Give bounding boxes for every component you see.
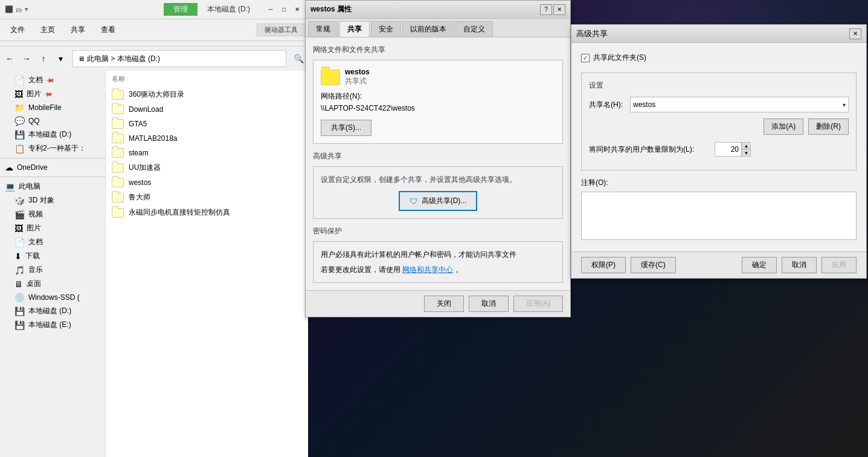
tab-view[interactable]: 查看 bbox=[93, 22, 123, 38]
sidebar-item-diskd[interactable]: 💾 本地磁盘 (D:) bbox=[0, 128, 105, 141]
spinner-down-btn[interactable]: ▼ bbox=[742, 149, 751, 157]
file-item-uu[interactable]: UU加速器 bbox=[108, 160, 306, 175]
westos-dialog-help-btn[interactable]: ? bbox=[540, 4, 552, 15]
apply-btn[interactable]: 应用(A) bbox=[513, 296, 563, 312]
tab-file[interactable]: 文件 bbox=[2, 22, 33, 38]
advanced-share-btn[interactable]: 🛡 高级共享(D)... bbox=[399, 191, 478, 211]
3d-icon: 🎲 bbox=[14, 196, 25, 206]
maximize-btn[interactable]: □ bbox=[278, 4, 290, 15]
folder-icon-motor bbox=[112, 208, 124, 218]
close-btn[interactable]: ✕ bbox=[291, 4, 303, 15]
pictures2-icon: 🖼 bbox=[14, 224, 23, 233]
sidebar-label-mobilefile: MobileFile bbox=[28, 103, 62, 112]
back-btn[interactable]: ← bbox=[2, 51, 17, 66]
sidebar-label-qq: QQ bbox=[28, 117, 40, 125]
nav-bar: ← → ↑ ▾ 🖥 此电脑 > 本地磁盘 (D:) 🔍 bbox=[0, 47, 308, 71]
tab-general[interactable]: 常规 bbox=[308, 21, 338, 37]
limit-spinner: ▲ ▼ bbox=[742, 142, 751, 157]
westos-dialog-controls: ? ✕ bbox=[540, 4, 565, 15]
sidebar-item-video[interactable]: 🎬 视频 bbox=[0, 207, 105, 221]
sidebar-item-qq[interactable]: 💬 QQ bbox=[0, 114, 105, 128]
minimize-btn[interactable]: ─ bbox=[265, 4, 277, 15]
file-item-360[interactable]: 360驱动大师目录 bbox=[108, 87, 306, 102]
ok-btn[interactable]: 确定 bbox=[742, 257, 777, 273]
diske-icon: 💾 bbox=[14, 320, 25, 330]
file-item-download[interactable]: DownLoad bbox=[108, 102, 306, 117]
sidebar-label-patent: 专利2-一种基于： bbox=[28, 143, 86, 154]
sidebar-item-docs2[interactable]: 📄 文档 bbox=[0, 235, 105, 249]
add-btn[interactable]: 添加(A) bbox=[764, 118, 803, 135]
sidebar-item-music[interactable]: 🎵 音乐 bbox=[0, 263, 105, 277]
tab-previous[interactable]: 以前的版本 bbox=[402, 21, 454, 37]
sidebar-item-onedrive[interactable]: ☁ OneDrive bbox=[0, 161, 105, 174]
tab-custom[interactable]: 自定义 bbox=[455, 21, 493, 37]
desktop-icon: 🖥 bbox=[14, 279, 23, 289]
password-section-title: 密码保护 bbox=[313, 226, 563, 236]
westos-dialog-close-btn[interactable]: ✕ bbox=[553, 4, 565, 15]
up-btn[interactable]: ↑ bbox=[36, 51, 51, 66]
advanced-dialog-title: 高级共享 bbox=[576, 28, 608, 39]
apply-btn[interactable]: 应用 bbox=[821, 257, 857, 273]
address-bar[interactable]: 🖥 此电脑 > 本地磁盘 (D:) bbox=[72, 50, 286, 67]
manage-tab[interactable]: 管理 bbox=[164, 3, 198, 16]
tab-home[interactable]: 主页 bbox=[33, 22, 63, 38]
file-name-matlab: MATLAB2018a bbox=[129, 134, 178, 143]
share-folder-checkbox[interactable] bbox=[581, 54, 590, 62]
password-text2-prefix: 若要更改此设置，请使用 bbox=[321, 265, 400, 274]
cancel-btn[interactable]: 取消 bbox=[469, 296, 509, 312]
file-item-westos[interactable]: westos bbox=[108, 175, 306, 190]
sidebar-item-downloads[interactable]: ⬇ 下载 bbox=[0, 249, 105, 263]
limit-value-field[interactable] bbox=[715, 142, 742, 157]
sidebar-label-downloads: 下载 bbox=[25, 251, 40, 261]
close-btn[interactable]: 关闭 bbox=[424, 296, 464, 312]
sidebar-item-diske[interactable]: 💾 本地磁盘 (E:) bbox=[0, 318, 105, 332]
caching-btn[interactable]: 缓存(C) bbox=[631, 257, 676, 273]
forward-btn[interactable]: → bbox=[19, 51, 34, 66]
adv-close-btn[interactable]: ✕ bbox=[849, 28, 861, 39]
folder-icon-download bbox=[112, 105, 124, 114]
tab-share[interactable]: 共享 bbox=[339, 21, 370, 37]
pictures-icon: 🖼 bbox=[14, 89, 23, 99]
docs2-icon: 📄 bbox=[14, 238, 25, 247]
thispc-icon: 💻 bbox=[5, 182, 15, 192]
sidebar-item-windowsssd[interactable]: 💿 Windows-SSD ( bbox=[0, 291, 105, 304]
tab-share[interactable]: 共享 bbox=[63, 22, 93, 38]
sidebar-label-documents: 文档 bbox=[28, 75, 43, 85]
sidebar-item-patent[interactable]: 📋 专利2-一种基于： bbox=[0, 141, 105, 155]
file-item-gta5[interactable]: GTA5 bbox=[108, 117, 306, 131]
sidebar-item-3dobjects[interactable]: 🎲 3D 对象 bbox=[0, 193, 105, 207]
share-name-input-row: westos ▾ bbox=[630, 97, 849, 112]
user-limit-input[interactable]: ▲ ▼ bbox=[715, 142, 751, 157]
file-item-motor[interactable]: 永磁同步电机直接转矩控制仿真 bbox=[108, 205, 306, 220]
spinner-up-btn[interactable]: ▲ bbox=[742, 142, 751, 149]
sidebar-item-documents[interactable]: 📄 文档 📌 bbox=[0, 73, 105, 87]
share-info-box: westos 共享式 网络路径(N): \\LAPTOP-S24CT422\we… bbox=[313, 60, 563, 144]
sidebar-label-pictures: 图片 bbox=[27, 89, 41, 99]
sidebar-item-diskd2[interactable]: 💾 本地磁盘 (D:) bbox=[0, 304, 105, 318]
cancel-btn[interactable]: 取消 bbox=[782, 257, 817, 273]
share-btn[interactable]: 共享(S)... bbox=[321, 120, 371, 136]
recent-btn[interactable]: ▾ bbox=[53, 51, 68, 66]
share-name-select[interactable]: westos ▾ bbox=[630, 97, 849, 112]
sidebar-item-pictures[interactable]: 🖼 图片 📌 bbox=[0, 87, 105, 101]
search-btn[interactable]: 🔍 bbox=[291, 51, 306, 66]
tab-security[interactable]: 安全 bbox=[371, 21, 401, 37]
sidebar-label-thispc: 此电脑 bbox=[19, 181, 40, 192]
file-item-steam[interactable]: steam bbox=[108, 146, 306, 160]
sidebar-label-3d: 3D 对象 bbox=[28, 195, 54, 206]
network-share-center-link[interactable]: 网络和共享中心 bbox=[402, 265, 453, 274]
sidebar-label-desktop: 桌面 bbox=[27, 279, 41, 289]
remove-btn[interactable]: 删除(R) bbox=[808, 118, 849, 135]
advanced-dialog-footer: 权限(P) 缓存(C) 确定 取消 应用 bbox=[571, 251, 866, 278]
sidebar-item-pictures2[interactable]: 🖼 图片 bbox=[0, 221, 105, 235]
settings-title: 设置 bbox=[589, 80, 849, 91]
file-item-matlab[interactable]: MATLAB2018a bbox=[108, 131, 306, 146]
sidebar-label-video: 视频 bbox=[28, 209, 43, 219]
comment-textarea[interactable] bbox=[581, 192, 857, 240]
sidebar-item-thispc[interactable]: 💻 此电脑 bbox=[0, 180, 105, 193]
permissions-btn[interactable]: 权限(P) bbox=[581, 257, 626, 273]
sidebar-item-mobilefile[interactable]: 📁 MobileFile bbox=[0, 101, 105, 114]
file-item-ludashi[interactable]: 鲁大师 bbox=[108, 190, 306, 205]
drive-tools-tab[interactable]: 驱动器工具 bbox=[257, 24, 306, 36]
sidebar-item-desktop[interactable]: 🖥 桌面 bbox=[0, 277, 105, 291]
